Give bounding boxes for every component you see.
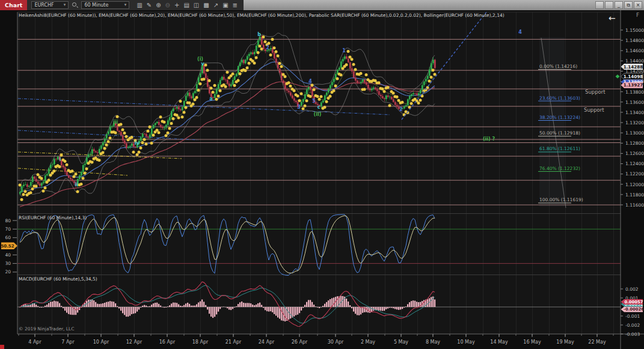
svg-text:1.13200: 1.13200 xyxy=(625,120,644,126)
svg-text:2: 2 xyxy=(399,107,403,112)
minimize-button[interactable]: _ xyxy=(615,1,623,9)
toolbar: EURCHF ▾ 60 Minute ▾ ▥✎⊕⊖+▤◫▩↗▣≣ xyxy=(27,0,244,10)
taskbar-corner-fragment xyxy=(0,345,4,349)
chevron-down-icon: ▾ xyxy=(124,2,127,8)
search-icon[interactable] xyxy=(72,2,78,8)
svg-text:50.00% (1.12918): 50.00% (1.12918) xyxy=(539,130,580,136)
pin-button[interactable] xyxy=(605,1,613,9)
svg-text:-0.00026: -0.00026 xyxy=(624,307,644,312)
ninjatrader-chart-window: Chart EURCHF ▾ 60 Minute ▾ ▥✎⊕⊖+▤◫▩↗▣≣ _… xyxy=(0,0,644,349)
restore-button[interactable]: ⧉ xyxy=(624,1,633,9)
svg-text:Support: Support xyxy=(585,89,606,95)
svg-text:1.13927: 1.13927 xyxy=(624,82,643,88)
svg-text:1.14800: 1.14800 xyxy=(625,38,644,43)
titlebar: Chart EURCHF ▾ 60 Minute ▾ ▥✎⊕⊖+▤◫▩↗▣≣ _… xyxy=(0,0,644,10)
window-controls: _⧉× xyxy=(595,1,642,9)
svg-text:0.00057: 0.00057 xyxy=(625,300,643,305)
svg-text:1.14600: 1.14600 xyxy=(625,48,644,53)
indicator-label: HeikenAshi8(EURCHF (60 Minute)), EMA(EUR… xyxy=(19,13,504,18)
fixed-scale-marker: F xyxy=(636,12,639,18)
chart-tab[interactable]: Chart xyxy=(0,0,27,10)
plot-background xyxy=(17,12,621,334)
svg-text:1.13600: 1.13600 xyxy=(625,100,644,105)
svg-text:7 Apr: 7 Apr xyxy=(61,339,75,345)
date-axis[interactable]: 4 Apr7 Apr10 Apr12 Apr16 Apr18 Apr21 Apr… xyxy=(19,334,613,345)
svg-text:1.12600: 1.12600 xyxy=(625,151,644,156)
close-button[interactable]: × xyxy=(634,1,642,9)
drawing-tools-icon[interactable]: ✎ xyxy=(147,0,152,10)
svg-text:1.14400: 1.14400 xyxy=(625,58,644,64)
svg-text:2: 2 xyxy=(266,45,269,50)
svg-text:23.60% (1.13603): 23.60% (1.13603) xyxy=(539,96,580,101)
svg-text:80: 80 xyxy=(5,218,11,223)
list-icon[interactable]: ≣ xyxy=(233,0,238,10)
crosshair-icon[interactable]: + xyxy=(174,0,179,10)
svg-text:18 Apr: 18 Apr xyxy=(192,339,209,345)
svg-text:4: 4 xyxy=(308,79,312,84)
svg-text:10 Apr: 10 Apr xyxy=(93,339,109,345)
svg-text:1.12200: 1.12200 xyxy=(625,171,644,177)
svg-text:1.13400: 1.13400 xyxy=(625,110,644,115)
rsi-value-badge: 50.52 xyxy=(1,243,17,250)
svg-text:5 May: 5 May xyxy=(394,339,408,345)
svg-text:19 May: 19 May xyxy=(556,339,574,345)
chart-trader-icon[interactable]: ▩ xyxy=(203,0,209,10)
svg-text:1: 1 xyxy=(342,48,346,53)
svg-text:12 Apr: 12 Apr xyxy=(126,339,143,345)
chart-style-icon[interactable]: ▥ xyxy=(136,0,142,10)
svg-text:50.52: 50.52 xyxy=(1,244,14,249)
data-box-icon[interactable]: ◫ xyxy=(194,0,199,10)
svg-text:10 May: 10 May xyxy=(457,339,475,345)
svg-text:24 Apr: 24 Apr xyxy=(259,339,275,345)
macd-panel-label: MACD(EURCHF (60 Minute),5,34,5) xyxy=(19,276,97,282)
price-badge-black: 1.14098 xyxy=(621,73,643,79)
svg-text:60: 60 xyxy=(5,235,11,240)
svg-text:v: v xyxy=(201,61,204,67)
svg-text:4 Apr: 4 Apr xyxy=(28,339,41,345)
svg-text:100.00% (1.11619): 100.00% (1.11619) xyxy=(539,197,583,202)
dock-button[interactable] xyxy=(595,1,604,9)
svg-text:1.14288: 1.14288 xyxy=(624,64,643,70)
svg-text:1.13800: 1.13800 xyxy=(625,90,644,95)
scroll-back-arrow-icon[interactable]: ← xyxy=(609,13,616,23)
macd-badge-pink: -0.00026 xyxy=(621,306,644,312)
instrument-selector[interactable]: EURCHF ▾ xyxy=(31,1,69,9)
svg-text:(ii): (ii) xyxy=(314,112,322,117)
svg-text:3: 3 xyxy=(297,105,301,110)
svg-text:Support: Support xyxy=(584,107,604,113)
svg-text:22 May: 22 May xyxy=(588,339,606,345)
svg-text:20: 20 xyxy=(5,269,11,275)
rsi-panel-label: RSI(EURCHF (60 Minute),14,3) xyxy=(19,215,87,220)
svg-text:0.00% (1.14216): 0.00% (1.14216) xyxy=(539,64,577,69)
svg-text:(ii) ?: (ii) ? xyxy=(483,136,495,142)
zoom-in-icon[interactable]: ⊕ xyxy=(156,0,161,10)
properties-icon[interactable]: ▣ xyxy=(222,0,228,10)
svg-text:5: 5 xyxy=(312,99,316,104)
price-badge-white: 1.14288 xyxy=(621,64,643,70)
chevron-down-icon: ▾ xyxy=(64,2,66,8)
svg-text:1.12800: 1.12800 xyxy=(625,141,644,146)
svg-text:-0.002: -0.002 xyxy=(625,323,640,328)
svg-text:1.11800: 1.11800 xyxy=(625,192,644,198)
instrument-value: EURCHF xyxy=(34,2,54,8)
svg-text:0.002: 0.002 xyxy=(625,287,639,292)
svg-text:b: b xyxy=(257,32,261,37)
svg-text:38.20% (1.13224): 38.20% (1.13224) xyxy=(539,115,580,120)
svg-text:iii: iii xyxy=(113,120,118,125)
price-axis[interactable]: 1.150001.148001.146001.144001.142001.140… xyxy=(621,28,644,208)
svg-text:8 May: 8 May xyxy=(426,339,440,345)
indicators-icon[interactable]: ↗ xyxy=(213,0,218,10)
svg-text:-0.003: -0.003 xyxy=(625,332,640,337)
svg-text:1.12000: 1.12000 xyxy=(625,182,644,187)
svg-text:61.80% (1.12611): 61.80% (1.12611) xyxy=(539,146,580,151)
new-chart-icon[interactable]: ▤ xyxy=(183,0,189,10)
svg-text:i: i xyxy=(60,157,61,162)
svg-text:c: c xyxy=(317,105,320,110)
svg-text:4: 4 xyxy=(518,29,522,35)
titlebar-drag-area[interactable]: _⧉× xyxy=(244,0,644,10)
interval-selector[interactable]: 60 Minute ▾ xyxy=(81,1,129,9)
chart-canvas[interactable]: 0.00% (1.14216)23.60% (1.13603)38.20% (1… xyxy=(0,10,644,349)
zoom-out-icon[interactable]: ⊖ xyxy=(165,0,170,10)
svg-text:1.13000: 1.13000 xyxy=(625,130,644,136)
fib-band xyxy=(539,37,565,207)
